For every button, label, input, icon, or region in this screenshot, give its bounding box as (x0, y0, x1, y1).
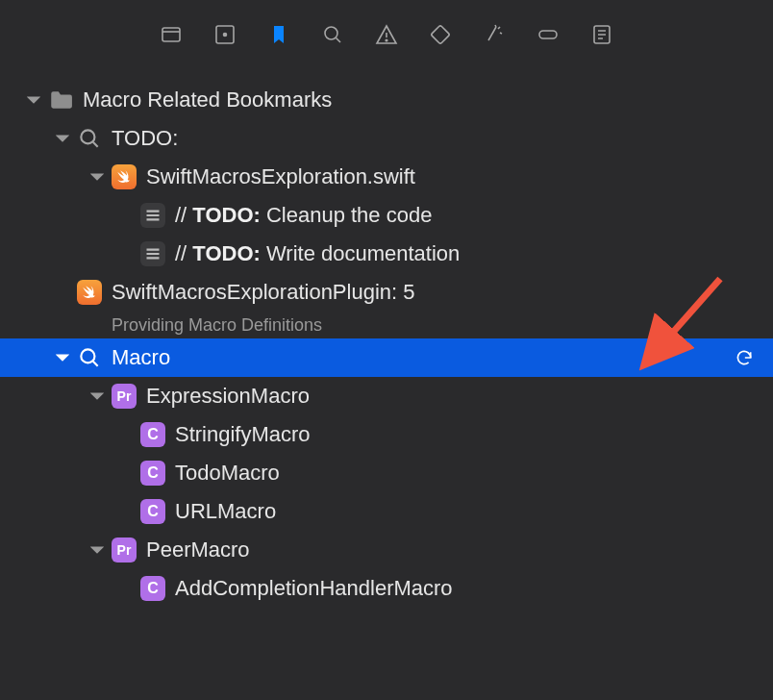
todo-label: // TODO: Cleanup the code (175, 203, 432, 228)
svg-point-8 (81, 130, 94, 143)
svg-rect-0 (162, 28, 180, 41)
tree-item-subtitle: Providing Macro Definitions (0, 312, 773, 338)
chevron-down-icon[interactable] (88, 388, 106, 405)
class-label: StringifyMacro (175, 422, 311, 447)
group-label: ExpressionMacro (146, 384, 310, 409)
tree-group-peermacro[interactable]: Pr PeerMacro (0, 531, 773, 569)
tree-root[interactable]: Macro Related Bookmarks (0, 81, 773, 119)
svg-point-4 (386, 39, 387, 41)
focus-icon[interactable] (213, 23, 237, 46)
tree-item-class[interactable]: C TodoMacro (0, 454, 773, 492)
group-label: Macro (112, 345, 170, 370)
tree-group-todo[interactable]: TODO: (0, 119, 773, 158)
files-icon[interactable] (160, 23, 183, 46)
svg-rect-6 (539, 31, 557, 38)
chevron-down-icon[interactable] (88, 541, 106, 559)
bookmarks-icon[interactable] (267, 23, 290, 46)
tree-todo-item[interactable]: // TODO: Write documentation (0, 235, 773, 273)
swift-icon (77, 280, 102, 305)
capsule-icon[interactable] (536, 23, 560, 46)
tree-group-macro[interactable]: Macro (0, 338, 773, 377)
svg-rect-5 (431, 25, 450, 44)
group-label: PeerMacro (146, 538, 250, 562)
todo-label: // TODO: Write documentation (175, 241, 460, 266)
plugin-label: SwiftMacrosExplorationPlugin: 5 (112, 280, 414, 305)
refresh-icon[interactable] (733, 346, 756, 369)
svg-point-2 (224, 34, 227, 37)
tree-item-class[interactable]: C URLMacro (0, 492, 773, 531)
class-label: TodoMacro (175, 461, 280, 486)
plugin-subtitle: Providing Macro Definitions (112, 315, 322, 336)
tree-file-swift[interactable]: SwiftMacrosExploration.swift (0, 158, 773, 196)
outline-icon[interactable] (590, 23, 613, 46)
chevron-down-icon[interactable] (25, 91, 42, 109)
tree-group-expressionmacro[interactable]: Pr ExpressionMacro (0, 377, 773, 415)
swift-icon (112, 164, 137, 189)
chevron-down-icon[interactable] (54, 130, 71, 147)
svg-point-9 (81, 349, 94, 362)
magnifier-icon (77, 126, 102, 151)
class-icon: C (140, 576, 165, 601)
root-label: Macro Related Bookmarks (83, 88, 332, 112)
tree-item-plugin[interactable]: SwiftMacrosExplorationPlugin: 5 (0, 273, 773, 312)
lines-icon (140, 203, 165, 228)
magnifier-icon (77, 345, 102, 370)
warnings-icon[interactable] (375, 23, 398, 46)
svg-point-3 (325, 27, 337, 39)
folder-icon (48, 88, 73, 112)
class-icon: C (140, 499, 165, 524)
search-icon[interactable] (321, 23, 344, 46)
class-label: URLMacro (175, 499, 276, 524)
navigator-toolbar (0, 0, 773, 62)
tree-item-class[interactable]: C AddCompletionHandlerMacro (0, 569, 773, 608)
protocol-icon: Pr (112, 384, 137, 409)
lines-icon (140, 241, 165, 266)
protocol-icon: Pr (112, 538, 137, 562)
chevron-down-icon[interactable] (88, 168, 106, 186)
class-label: AddCompletionHandlerMacro (175, 576, 453, 601)
bookmarks-tree: Macro Related Bookmarks TODO: SwiftMacro… (0, 62, 773, 608)
effects-icon[interactable] (483, 23, 506, 46)
tags-icon[interactable] (429, 23, 452, 46)
class-icon: C (140, 422, 165, 447)
tree-todo-item[interactable]: // TODO: Cleanup the code (0, 196, 773, 235)
class-icon: C (140, 461, 165, 486)
tree-item-class[interactable]: C StringifyMacro (0, 415, 773, 454)
chevron-down-icon[interactable] (54, 349, 71, 366)
file-label: SwiftMacrosExploration.swift (146, 164, 415, 189)
group-label: TODO: (112, 126, 178, 151)
